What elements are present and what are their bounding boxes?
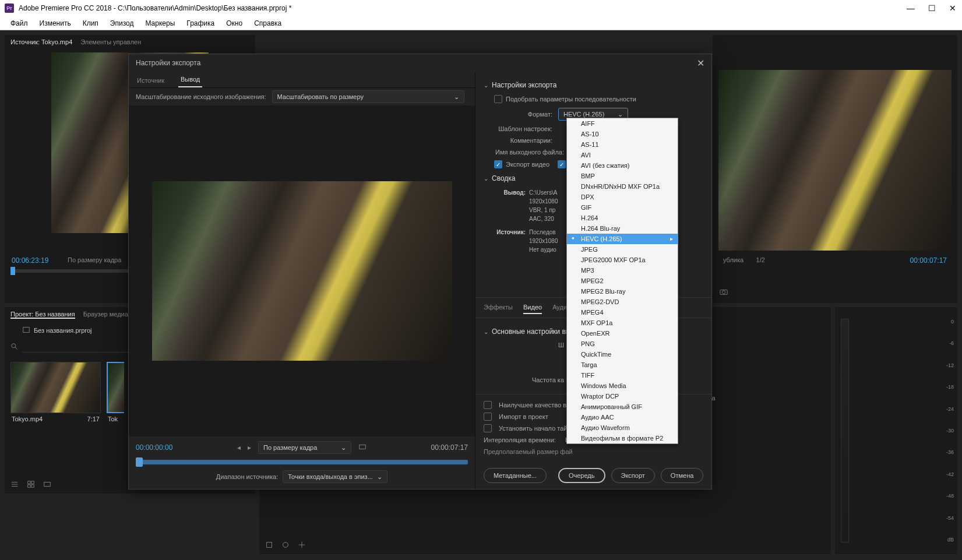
- export-video-checkbox[interactable]: [494, 160, 502, 168]
- format-option[interactable]: AVI (без сжатия): [567, 160, 678, 171]
- camera-icon[interactable]: [720, 288, 729, 297]
- match-sequence-label: Подобрать параметры последовательности: [506, 96, 636, 103]
- preview-scrubber[interactable]: [136, 460, 468, 464]
- format-option[interactable]: MXF OP1a: [567, 318, 678, 328]
- minimize-button[interactable]: —: [906, 3, 915, 13]
- project-filename: Без названия.prproj: [34, 327, 92, 334]
- dialog-close-button[interactable]: ✕: [697, 58, 704, 69]
- set-timecode-checkbox[interactable]: [484, 424, 492, 432]
- export-button[interactable]: Экспорт: [611, 468, 655, 483]
- maximize-button[interactable]: ☐: [927, 3, 936, 13]
- format-option[interactable]: MPEG2 Blu-ray: [567, 286, 678, 297]
- svg-point-1: [722, 291, 725, 294]
- format-option[interactable]: GIF: [567, 202, 678, 213]
- format-option[interactable]: H.264 Blu-ray: [567, 223, 678, 234]
- preview-image[interactable]: [152, 181, 452, 361]
- import-project-checkbox[interactable]: [484, 413, 492, 421]
- source-fit-label[interactable]: По размеру кадра: [68, 256, 121, 263]
- format-option[interactable]: TIFF: [567, 370, 678, 381]
- timeline-tool-icon[interactable]: [298, 541, 306, 551]
- audio-meter-panel: 0 -6 -12 -18 -24 -30 -36 -42 -48 -54 dB: [835, 307, 957, 554]
- timeline-tool-icon[interactable]: [265, 541, 273, 551]
- search-icon[interactable]: [10, 343, 19, 353]
- format-option[interactable]: PNG: [567, 339, 678, 349]
- format-option[interactable]: AVI: [567, 150, 678, 160]
- svg-rect-2: [23, 327, 30, 333]
- chevron-down-icon: ⌄: [484, 329, 488, 335]
- preview-fit-select[interactable]: По размеру кадра ⌄: [258, 441, 351, 454]
- preview-timecode-out[interactable]: 00:00:07:17: [431, 443, 468, 452]
- program-timecode[interactable]: 00:00:07:17: [910, 256, 947, 265]
- freeform-view-icon[interactable]: [43, 480, 51, 490]
- source-timecode[interactable]: 00:06:23:19: [12, 256, 48, 265]
- menu-sequence[interactable]: Эпизод: [104, 19, 140, 27]
- cancel-button[interactable]: Отмена: [661, 468, 703, 483]
- format-option[interactable]: Аудио AAC: [567, 412, 678, 422]
- format-option[interactable]: DPX: [567, 192, 678, 202]
- format-option[interactable]: Аудио Waveform: [567, 422, 678, 433]
- close-button[interactable]: ✕: [948, 3, 957, 13]
- svg-point-3: [12, 343, 16, 347]
- match-sequence-checkbox[interactable]: [494, 95, 502, 103]
- svg-rect-10: [31, 481, 34, 484]
- format-option[interactable]: MPEG2-DVD: [567, 297, 678, 307]
- format-option[interactable]: Targa: [567, 360, 678, 370]
- tab-output[interactable]: Вывод: [178, 72, 202, 87]
- best-quality-checkbox[interactable]: [484, 401, 492, 409]
- clip-name: Tokyo.mp4: [12, 415, 43, 422]
- export-audio-checkbox[interactable]: [558, 160, 566, 168]
- format-option[interactable]: OpenEXR: [567, 328, 678, 339]
- menu-graphics[interactable]: Графика: [181, 19, 220, 27]
- format-option[interactable]: JPEG: [567, 244, 678, 255]
- menu-window[interactable]: Окно: [220, 19, 248, 27]
- program-monitor[interactable]: [718, 70, 952, 251]
- format-option[interactable]: Анимированный GIF: [567, 401, 678, 412]
- tab-video[interactable]: Видео: [523, 301, 542, 314]
- tab-effects[interactable]: Эффекты: [484, 301, 513, 314]
- menu-help[interactable]: Справка: [248, 19, 287, 27]
- tab-source[interactable]: Источник: [135, 73, 167, 87]
- timeline-tool-icon[interactable]: [281, 541, 290, 551]
- format-option[interactable]: BMP: [567, 171, 678, 181]
- preview-playhead[interactable]: [136, 457, 143, 467]
- menu-file[interactable]: Файл: [5, 19, 34, 27]
- format-option[interactable]: MPEG2: [567, 276, 678, 286]
- source-tab[interactable]: Источник: Tokyo.mp4: [10, 38, 72, 45]
- preview-timecode-in[interactable]: 00:00:00:00: [136, 443, 172, 452]
- menu-markers[interactable]: Маркеры: [139, 19, 181, 27]
- project-tab[interactable]: Проект: Без названия: [10, 311, 75, 319]
- step-forward-icon[interactable]: ▸: [248, 443, 251, 452]
- media-browser-tab[interactable]: Браузер медиаф: [83, 311, 133, 319]
- menu-edit[interactable]: Изменить: [34, 19, 77, 27]
- list-view-icon[interactable]: [10, 480, 19, 490]
- metadata-button[interactable]: Метаданные...: [484, 468, 547, 483]
- project-item[interactable]: Tokyo.mp4 7:17: [10, 362, 101, 425]
- format-option[interactable]: AS-11: [567, 139, 678, 150]
- format-option[interactable]: DNxHR/DNxHD MXF OP1a: [567, 181, 678, 192]
- format-option[interactable]: Видеофильм в формате P2: [567, 433, 678, 443]
- format-option[interactable]: AIFF: [567, 118, 678, 129]
- scale-select[interactable]: Масштабировать по размеру ⌄: [272, 90, 464, 103]
- format-option[interactable]: Windows Media: [567, 381, 678, 391]
- format-option[interactable]: HEVC (H.265): [567, 234, 678, 244]
- queue-button[interactable]: Очередь: [558, 468, 605, 483]
- export-settings-header[interactable]: ⌄ Настройки экспорта: [484, 81, 703, 89]
- format-option[interactable]: H.264: [567, 213, 678, 223]
- svg-rect-9: [28, 481, 30, 484]
- format-option[interactable]: QuickTime: [567, 349, 678, 360]
- step-back-icon[interactable]: ◂: [237, 443, 241, 452]
- range-select[interactable]: Точки входа/выхода в эпиз... ⌄: [283, 470, 387, 483]
- icon-view-icon[interactable]: [27, 480, 35, 490]
- format-option[interactable]: JPEG2000 MXF OP1a: [567, 255, 678, 265]
- format-dropdown[interactable]: AIFFAS-10AS-11AVIAVI (без сжатия)BMPDNxH…: [566, 118, 678, 444]
- format-option[interactable]: AS-10: [567, 129, 678, 139]
- source-playhead[interactable]: [10, 267, 15, 275]
- format-option[interactable]: MP3: [567, 265, 678, 276]
- menu-clip[interactable]: Клип: [77, 19, 104, 27]
- scale-label: Масштабирование исходного изображения:: [136, 93, 266, 100]
- aspect-ratio-icon[interactable]: [358, 443, 367, 453]
- effect-controls-tab[interactable]: Элементы управлен: [80, 38, 141, 45]
- format-option[interactable]: MPEG4: [567, 307, 678, 318]
- format-option[interactable]: Wraptor DCP: [567, 391, 678, 401]
- project-item[interactable]: Tok: [107, 362, 124, 425]
